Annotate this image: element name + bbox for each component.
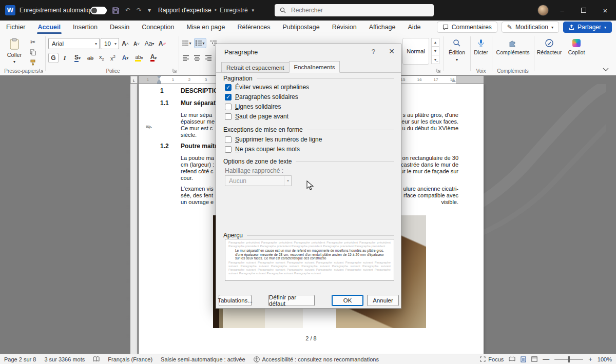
italic-button[interactable]: I bbox=[60, 53, 70, 63]
redo-icon[interactable]: ↷ bbox=[137, 0, 142, 21]
checkbox[interactable] bbox=[225, 146, 232, 153]
dictate-button[interactable]: Dicter bbox=[471, 34, 491, 55]
tab-affichage[interactable]: Affichage bbox=[363, 21, 402, 34]
editing-mode-button[interactable]: ✎ Modification ▾ bbox=[502, 22, 559, 33]
bullets-icon[interactable]: ▾ bbox=[181, 38, 193, 48]
autosave-toggle[interactable] bbox=[90, 0, 107, 21]
tab-retrait-espacement[interactable]: Retrait et espacement bbox=[221, 62, 290, 73]
complements-button[interactable]: Compléments bbox=[493, 34, 533, 55]
tab-fichier[interactable]: Fichier bbox=[0, 21, 32, 34]
checkbox-keep-lines-together[interactable]: Lignes solidaires bbox=[225, 103, 281, 110]
font-name-combobox[interactable]: Arial▾ bbox=[48, 38, 100, 49]
strikethrough-button[interactable]: ab bbox=[85, 53, 95, 63]
checkbox-no-hyphenation[interactable]: Ne pas couper les mots bbox=[225, 146, 300, 153]
cut-icon[interactable]: ✂ bbox=[28, 37, 38, 47]
gallery-down-icon[interactable]: ▼ bbox=[431, 47, 439, 55]
language-indicator[interactable]: Français (France) bbox=[108, 356, 152, 362]
cancel-button[interactable]: Annuler bbox=[367, 295, 399, 306]
set-as-default-button[interactable]: Définir par défaut bbox=[268, 295, 315, 306]
tab-insertion[interactable]: Insertion bbox=[67, 21, 104, 34]
collapse-ribbon-icon[interactable] bbox=[603, 68, 609, 72]
tabulations-button[interactable]: Tabulations... bbox=[219, 295, 252, 306]
quick-access-chevron-icon[interactable]: ▾ bbox=[148, 0, 151, 21]
redacteur-button[interactable]: Rédacteur bbox=[535, 34, 564, 55]
clear-formatting-icon[interactable]: A bbox=[157, 38, 167, 49]
page-indicator[interactable]: Page 2 sur 8 bbox=[4, 356, 36, 362]
word-logo-icon[interactable]: W bbox=[4, 0, 16, 21]
print-layout-icon[interactable] bbox=[521, 356, 526, 362]
grow-font-icon[interactable]: A˄ bbox=[120, 38, 130, 49]
paste-button[interactable]: Coller ▾ bbox=[4, 34, 25, 64]
copilot-button[interactable]: Copilot bbox=[565, 34, 588, 55]
zoom-in-button[interactable]: + bbox=[588, 355, 592, 363]
highlight-color-icon[interactable]: ab▾ bbox=[132, 53, 146, 63]
word-count[interactable]: 3 sur 3366 mots bbox=[44, 356, 85, 362]
web-layout-icon[interactable] bbox=[531, 356, 537, 362]
dialog-close-icon[interactable]: ✕ bbox=[389, 47, 395, 55]
gallery-expand-icon[interactable]: ▼̲ bbox=[431, 55, 439, 64]
checkbox[interactable] bbox=[225, 94, 232, 100]
tight-wrap-dropdown[interactable]: Aucun ▾ bbox=[225, 175, 292, 186]
styles-dialog-launcher-icon[interactable] bbox=[436, 68, 441, 73]
style-normal-chip[interactable]: Normal bbox=[402, 38, 429, 65]
change-case-icon[interactable]: Aa▾ bbox=[143, 38, 156, 49]
text-effects-icon[interactable]: A▾ bbox=[119, 53, 131, 63]
font-dialog-launcher-icon[interactable] bbox=[172, 68, 178, 73]
close-button[interactable]: × bbox=[594, 0, 616, 21]
zoom-level[interactable]: 100% bbox=[598, 356, 612, 362]
vertical-ruler[interactable]: 1213141516171819202122232425 bbox=[130, 84, 138, 354]
comments-button[interactable]: Commentaires bbox=[437, 22, 497, 33]
search-bar[interactable] bbox=[275, 4, 434, 16]
checkbox[interactable] bbox=[225, 84, 232, 91]
left-indent-marker[interactable] bbox=[157, 82, 161, 84]
font-color-icon[interactable]: A▾ bbox=[147, 53, 160, 63]
document-title[interactable]: Rapport d'expertise • Enregistré ▾ bbox=[158, 0, 254, 21]
help-icon[interactable]: ? bbox=[372, 48, 375, 55]
share-button[interactable]: Partager ▾ bbox=[563, 22, 612, 33]
autocomplete-status[interactable]: Saisie semi-automatique : activée bbox=[161, 356, 245, 362]
checkbox[interactable] bbox=[225, 136, 232, 143]
minimize-button[interactable]: – bbox=[551, 0, 573, 21]
gallery-up-icon[interactable]: ▲ bbox=[431, 38, 439, 47]
search-input[interactable] bbox=[290, 6, 429, 14]
copy-icon[interactable] bbox=[28, 47, 38, 57]
tab-aide[interactable]: Aide bbox=[402, 21, 427, 34]
checkbox[interactable] bbox=[225, 104, 232, 110]
maximize-button[interactable] bbox=[573, 0, 594, 21]
align-left-icon[interactable] bbox=[181, 53, 191, 63]
clipboard-dialog-launcher-icon[interactable] bbox=[39, 68, 44, 73]
save-icon[interactable] bbox=[112, 0, 120, 21]
underline-button[interactable]: S▾ bbox=[71, 53, 84, 63]
checkbox-suppress-line-numbers[interactable]: Supprimer les numéros de ligne bbox=[225, 136, 322, 143]
checkbox[interactable] bbox=[225, 113, 232, 120]
tab-dessin[interactable]: Dessin bbox=[104, 21, 136, 34]
bold-button[interactable]: G bbox=[48, 53, 59, 63]
zoom-slider[interactable] bbox=[554, 359, 583, 360]
checkbox-keep-with-next[interactable]: Paragraphes solidaires bbox=[225, 93, 298, 100]
subscript-button[interactable]: x2 bbox=[97, 53, 107, 63]
tab-selector[interactable]: L bbox=[130, 76, 138, 84]
font-size-combobox[interactable]: 10▾ bbox=[101, 38, 119, 49]
undo-icon[interactable]: ↶ bbox=[125, 0, 130, 21]
tab-mise-en-page[interactable]: Mise en page bbox=[180, 21, 231, 34]
format-painter-icon[interactable] bbox=[28, 57, 38, 68]
proofing-book-icon[interactable] bbox=[93, 356, 100, 362]
align-right-icon[interactable] bbox=[203, 53, 214, 63]
track-changes-pen-icon[interactable]: ✎ bbox=[144, 122, 153, 132]
accessibility-status[interactable]: Accessibilité : consultez nos recommanda… bbox=[254, 356, 379, 362]
align-center-icon[interactable] bbox=[192, 53, 202, 63]
tab-revision[interactable]: Révision bbox=[326, 21, 363, 34]
superscript-button[interactable]: x2 bbox=[108, 53, 118, 63]
tab-enchainements[interactable]: Enchaînements bbox=[289, 61, 340, 73]
read-mode-icon[interactable] bbox=[509, 356, 515, 362]
ok-button[interactable]: OK bbox=[332, 295, 363, 306]
user-avatar[interactable] bbox=[537, 5, 549, 16]
tab-conception[interactable]: Conception bbox=[136, 21, 180, 34]
focus-mode-button[interactable]: Focus bbox=[480, 356, 504, 362]
edition-button[interactable]: Édition ▾ bbox=[445, 34, 469, 62]
tab-publipostage[interactable]: Publipostage bbox=[276, 21, 325, 34]
shrink-font-icon[interactable]: A˅ bbox=[131, 38, 142, 49]
zoom-out-button[interactable]: — bbox=[543, 355, 549, 363]
checkbox-widow-orphan[interactable]: Éviter veuves et orphelines bbox=[225, 84, 309, 91]
checkbox-page-break-before[interactable]: Saut de page avant bbox=[225, 113, 288, 120]
